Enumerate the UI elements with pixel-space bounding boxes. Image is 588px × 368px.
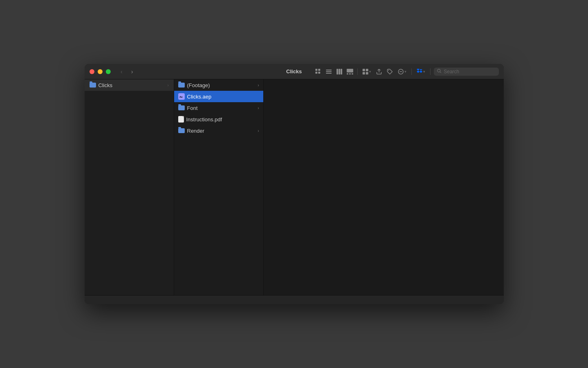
svg-rect-12 [349,73,351,74]
svg-rect-2 [315,72,317,74]
preview-panel [264,79,504,295]
svg-point-21 [437,69,440,72]
minus-arrow: ▾ [404,70,407,74]
file-item-font[interactable]: Font › [174,102,263,114]
file-chevron-render: › [258,129,259,133]
svg-text:Ae: Ae [179,96,183,98]
svg-rect-13 [352,73,353,74]
svg-point-18 [388,70,389,71]
svg-rect-7 [337,69,338,74]
file-item-render[interactable]: Render › [174,125,263,136]
content-area: Clicks › (Footage) › Ae Clicks.aep [85,79,504,295]
share-icon[interactable] [375,68,383,76]
file-item-footage[interactable]: (Footage) › [174,79,263,91]
svg-rect-0 [315,69,317,71]
window-title: Clicks [286,68,302,74]
icon-columns-view[interactable] [335,68,343,76]
svg-rect-16 [363,72,365,74]
nav-buttons: ‹ › [117,67,137,76]
svg-rect-14 [363,69,365,71]
svg-line-22 [440,72,441,73]
svg-rect-17 [366,72,368,74]
file-label-render: Render [187,128,205,134]
folder-icon-footage [178,83,185,88]
file-label-footage: (Footage) [187,82,210,88]
finder-window: ‹ › Clicks [85,64,504,304]
search-icon [437,69,442,74]
file-label-instructions: Instructions.pdf [186,116,222,123]
svg-rect-5 [326,71,332,72]
svg-rect-15 [366,69,368,71]
close-button[interactable] [90,69,94,74]
title-bar: ‹ › Clicks [85,64,504,79]
sidebar-chevron: › [167,83,168,88]
search-input[interactable] [444,69,496,74]
file-item-instructions[interactable]: Instructions.pdf [174,114,263,125]
sidebar-item-clicks[interactable]: Clicks › [85,79,174,91]
svg-rect-9 [341,69,342,74]
svg-rect-1 [318,69,320,71]
svg-rect-4 [326,70,332,70]
svg-rect-8 [339,69,340,74]
divider-2 [411,68,412,75]
file-chevron-font: › [258,106,259,110]
folder-icon-render [178,128,185,133]
group-button[interactable]: ▾ [361,68,373,75]
bottom-bar [85,295,504,304]
icon-grid-view[interactable] [314,68,322,76]
file-item-clicks-aep[interactable]: Ae Clicks.aep [174,91,263,102]
traffic-lights [90,69,111,74]
dropbox-button[interactable]: ▾ [415,68,427,75]
svg-rect-6 [326,73,332,74]
back-button[interactable]: ‹ [117,67,126,76]
search-box [434,68,499,76]
svg-rect-10 [347,69,353,72]
file-label-clicks-aep: Clicks.aep [187,94,212,100]
sidebar: Clicks › [85,79,174,295]
tag-icon[interactable] [386,68,394,76]
icon-gallery-view[interactable] [346,68,354,76]
minus-button[interactable]: ▾ [396,68,408,75]
toolbar-right: ▾ ▾ [314,68,499,76]
dropbox-arrow: ▾ [423,70,425,74]
icon-list-view[interactable] [325,68,333,76]
folder-icon-font [178,105,185,110]
file-chevron-footage: › [258,83,259,88]
folder-icon [90,83,96,88]
file-label-font: Font [187,105,198,111]
divider-1 [357,68,358,75]
minimize-button[interactable] [98,69,103,74]
maximize-button[interactable] [106,69,111,74]
group-arrow: ▾ [369,70,371,74]
ae-icon-clicks: Ae [178,93,185,100]
svg-rect-11 [347,73,348,74]
svg-rect-3 [318,72,320,74]
sidebar-item-label: Clicks [98,82,113,88]
forward-button[interactable]: › [128,67,137,76]
divider-3 [430,68,431,75]
file-list-panel: (Footage) › Ae Clicks.aep Font › [174,79,264,295]
